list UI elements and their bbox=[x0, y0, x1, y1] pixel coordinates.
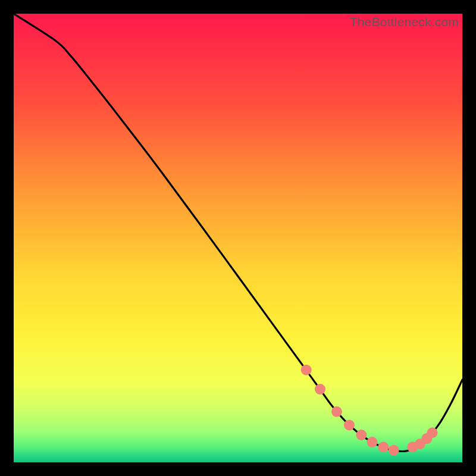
watermark-text: TheBottleneck.com bbox=[350, 15, 459, 29]
plot-area: TheBottleneck.com bbox=[14, 14, 462, 462]
svg-rect-0 bbox=[14, 14, 462, 462]
background-gradient bbox=[14, 14, 462, 462]
